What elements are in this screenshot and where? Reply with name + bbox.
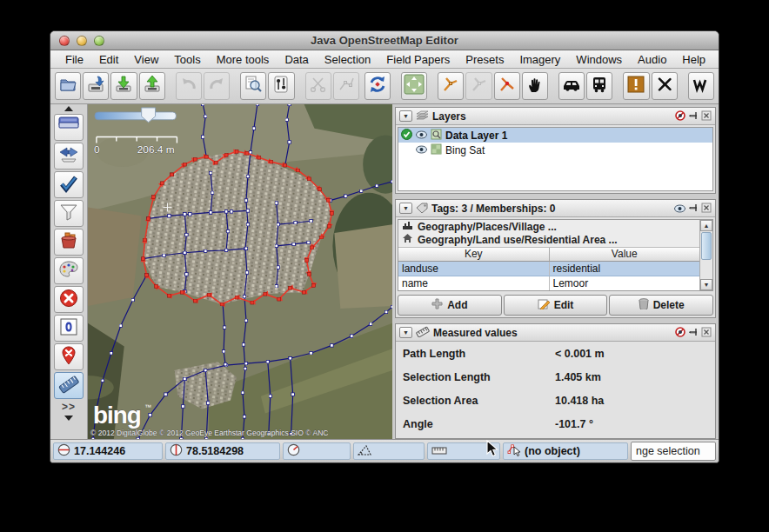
open-button[interactable]	[55, 72, 81, 100]
undo-button[interactable]	[176, 72, 202, 100]
sidebar-scroll-down-button[interactable]	[50, 414, 87, 422]
edit-tag-button[interactable]: Edit	[504, 295, 608, 316]
pan-button[interactable]	[522, 72, 548, 100]
download-button[interactable]	[110, 72, 137, 100]
sidebar-map-paint-button[interactable]	[54, 257, 84, 284]
measured-label: Selection Length	[403, 371, 555, 383]
scrollbar-thumb[interactable]	[701, 232, 712, 260]
unglue-ways-button[interactable]	[305, 72, 331, 100]
measured-pin-icon[interactable]	[688, 325, 699, 341]
panel-column: ▼ Layers Data Layer 1	[392, 104, 719, 439]
layers-pin-icon[interactable]	[688, 109, 699, 124]
sidebar-more-button[interactable]: >>	[62, 400, 76, 414]
sidebar-command-stack-button[interactable]	[54, 229, 84, 256]
layer-visible-eye-icon[interactable]	[416, 144, 427, 156]
menu-tools[interactable]: Tools	[166, 53, 208, 66]
menu-view[interactable]: View	[126, 53, 166, 66]
merge-ways-button[interactable]	[333, 72, 359, 100]
longitude-readout: 78.5184298	[165, 442, 280, 460]
scroll-up-arrow[interactable]: ▲	[700, 220, 712, 231]
wikipedia-button[interactable]	[688, 72, 714, 100]
add-tag-button[interactable]: Add	[398, 295, 502, 316]
tag-panel-icon	[416, 201, 428, 216]
menu-imagery[interactable]: Imagery	[512, 53, 568, 66]
layer-visible-eye-icon[interactable]	[416, 130, 427, 142]
layer-name: Data Layer 1	[445, 130, 507, 142]
tags-pin-icon[interactable]	[688, 201, 699, 216]
menu-more-tools[interactable]: More tools	[209, 53, 278, 66]
menu-field-papers[interactable]: Field Papers	[378, 53, 458, 66]
preset-link-village[interactable]: Geography/Places/Village ...	[398, 220, 699, 233]
layer-row-bing[interactable]: Bing Sat	[398, 143, 712, 157]
sidebar-conflicts-button[interactable]	[54, 143, 84, 170]
small-ruler-icon	[431, 445, 447, 457]
village-preset-icon	[402, 221, 413, 233]
upload-icon	[143, 75, 162, 97]
crossed-tools-button[interactable]	[652, 72, 678, 100]
measured-collapse-button[interactable]: ▼	[399, 327, 412, 338]
layers-collapse-button[interactable]: ▼	[399, 110, 412, 122]
tags-scrollbar[interactable]: ▲ ▼	[699, 220, 712, 290]
measured-label: Selection Area	[403, 395, 555, 407]
sidebar-filter-button[interactable]	[54, 200, 84, 227]
warning-button[interactable]	[623, 72, 649, 100]
menu-presets[interactable]: Presets	[458, 53, 512, 66]
sidebar-error-button[interactable]	[54, 286, 84, 313]
menu-audio[interactable]: Audio	[630, 53, 674, 66]
tag-row-landuse[interactable]: landuse residential	[398, 262, 699, 276]
measured-value: 1.405 km	[555, 371, 601, 383]
search-document-icon	[244, 75, 263, 97]
measured-panel-title: Measured values	[433, 327, 672, 339]
tag-column-value[interactable]: Value	[550, 248, 700, 261]
split-way-button[interactable]	[438, 72, 464, 100]
bing-logo: bing	[93, 402, 141, 429]
layer-row-data-layer[interactable]: Data Layer 1	[398, 128, 712, 143]
save-button[interactable]	[83, 72, 109, 100]
layers-panel-title: Layers	[432, 110, 672, 123]
sidebar-measurement-button[interactable]	[54, 372, 84, 399]
dialog-toggle-sidebar: >>	[50, 104, 88, 439]
tags-close-icon[interactable]	[701, 201, 712, 216]
sidebar-marker-remove-button[interactable]	[54, 343, 84, 370]
layer-active-check-icon[interactable]	[401, 129, 412, 143]
layers-sticky-icon[interactable]	[675, 109, 685, 124]
wikipedia-w-icon	[692, 75, 711, 97]
sidebar-keyboard-button[interactable]	[54, 114, 84, 141]
measured-row-path-length: Path Length < 0.001 m	[396, 342, 715, 365]
download-object-button[interactable]	[240, 72, 266, 100]
measured-value: 10.418 ha	[555, 395, 604, 407]
menu-selection[interactable]: Selection	[317, 53, 378, 66]
tag-column-key[interactable]: Key	[398, 248, 550, 261]
sidebar-scroll-up-button[interactable]	[50, 105, 87, 113]
car-button[interactable]	[558, 72, 585, 100]
redo-button[interactable]	[204, 72, 230, 100]
map-canvas[interactable]: 0 206.4 m bing ™ © 2012 DigitalGlobe © 2…	[88, 104, 392, 439]
join-node-way-button[interactable]	[494, 72, 520, 100]
delete-tag-button[interactable]: Delete	[609, 295, 713, 316]
preset-link-residential[interactable]: Geography/Land use/Residential Area ...	[398, 233, 699, 246]
tags-collapse-button[interactable]: ▼	[399, 203, 412, 214]
scroll-down-arrow[interactable]: ▼	[700, 279, 712, 290]
menu-edit[interactable]: Edit	[91, 53, 126, 66]
bus-button[interactable]	[586, 72, 612, 100]
preferences-button[interactable]	[268, 72, 294, 100]
main-toolbar	[50, 69, 719, 104]
menu-file[interactable]: File	[57, 53, 91, 66]
layers-close-icon[interactable]	[701, 109, 712, 124]
update-data-button[interactable]	[364, 72, 391, 100]
measured-sticky-icon[interactable]	[675, 325, 685, 341]
tags-eye-icon[interactable]	[674, 201, 685, 216]
tag-row-name[interactable]: name Lemoor	[398, 276, 699, 290]
sidebar-selection-button[interactable]	[54, 315, 84, 342]
move-map-button[interactable]	[401, 72, 427, 100]
upload-button[interactable]	[139, 72, 165, 100]
latitude-readout: 17.144246	[53, 442, 163, 460]
sidebar-validator-button[interactable]	[54, 171, 84, 198]
measured-close-icon[interactable]	[701, 325, 712, 341]
selection-hint-button[interactable]: nge selection	[631, 442, 716, 461]
menu-help[interactable]: Help	[674, 53, 713, 66]
menu-data[interactable]: Data	[277, 53, 316, 66]
split-way-disabled-button[interactable]	[465, 72, 491, 100]
menu-windows[interactable]: Windows	[568, 53, 630, 66]
title-bar[interactable]: Java OpenStreetMap Editor	[50, 31, 719, 50]
